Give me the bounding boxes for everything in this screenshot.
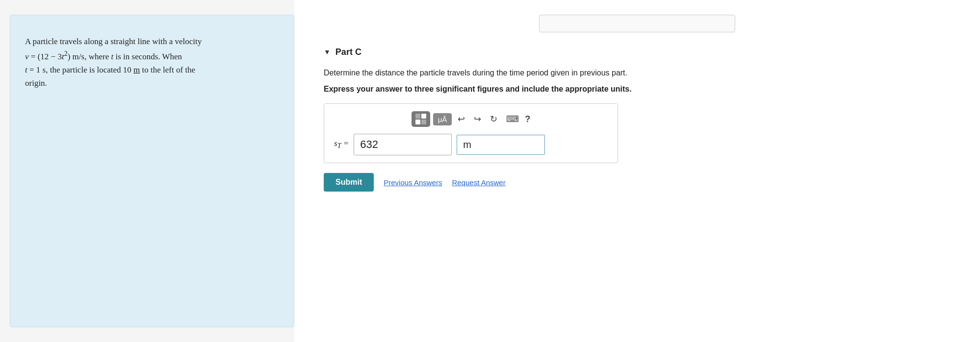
keyboard-button[interactable]: ⌨ <box>503 113 522 125</box>
problem-panel: A particle travels along a straight line… <box>10 15 294 327</box>
grid-icon <box>415 114 426 124</box>
help-label: ? <box>525 114 530 124</box>
part-header: ▼ Part C <box>324 47 951 57</box>
previous-answers-button[interactable]: Previous Answers <box>384 178 442 187</box>
top-input-bar <box>324 15 951 32</box>
template-button[interactable] <box>412 111 430 127</box>
request-answer-button[interactable]: Request Answer <box>452 178 505 187</box>
answer-label: sT = <box>334 139 349 150</box>
answer-row: sT = <box>334 134 608 155</box>
question-text: Determine the distance the particle trav… <box>324 67 951 79</box>
right-panel: ▼ Part C Determine the distance the part… <box>294 0 980 342</box>
previous-answers-label: Previous Answers <box>384 178 442 187</box>
mu-button[interactable]: μÅ <box>433 113 452 125</box>
answer-value-input[interactable] <box>354 134 452 155</box>
request-answer-label: Request Answer <box>452 178 505 187</box>
part-title: Part C <box>335 47 361 57</box>
keyboard-icon: ⌨ <box>506 114 519 124</box>
submit-label: Submit <box>335 178 362 186</box>
actions-row: Submit Previous Answers Request Answer <box>324 173 951 192</box>
answer-box: μÅ ↩ ↪ ↻ ⌨ ? sT = <box>324 103 618 163</box>
top-input[interactable] <box>539 15 735 32</box>
problem-text: A particle travels along a straight line… <box>25 35 279 90</box>
mu-label: μÅ <box>438 115 447 123</box>
refresh-button[interactable]: ↻ <box>487 113 500 125</box>
toolbar: μÅ ↩ ↪ ↻ ⌨ ? <box>334 111 608 127</box>
refresh-icon: ↻ <box>490 114 497 124</box>
redo-button[interactable]: ↪ <box>471 113 484 125</box>
submit-button[interactable]: Submit <box>324 173 374 192</box>
collapse-arrow[interactable]: ▼ <box>324 49 331 56</box>
answer-units-input[interactable] <box>457 135 545 155</box>
express-text: Express your answer to three significant… <box>324 85 951 94</box>
undo-button[interactable]: ↩ <box>455 113 468 125</box>
help-button[interactable]: ? <box>525 114 530 124</box>
undo-icon: ↩ <box>458 114 465 124</box>
redo-icon: ↪ <box>474 114 481 124</box>
